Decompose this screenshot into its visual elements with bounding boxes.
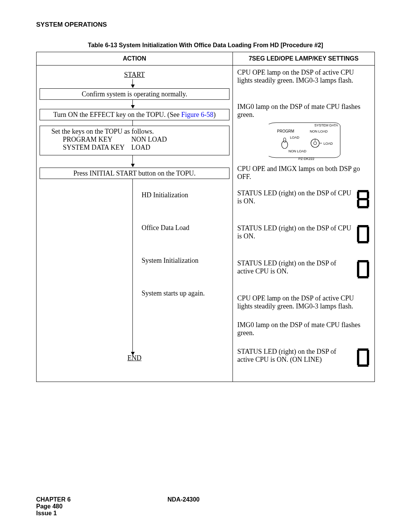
status-row-1: STATUS LED (right) on the DSP of CPU is … <box>237 189 370 209</box>
col-settings: 7SEG LED/OPE LAMP/KEY SETTINGS <box>233 52 374 66</box>
page-header: SYSTEM OPERATIONS <box>36 21 375 29</box>
flow-sys-init: System Initialization <box>142 257 198 265</box>
svg-rect-16 <box>358 241 368 243</box>
svg-rect-14 <box>357 227 359 242</box>
figure-link[interactable]: Figure 6-58 <box>181 111 213 118</box>
svg-rect-15 <box>367 227 369 242</box>
flow-office-data-load: Office Data Load <box>142 224 190 232</box>
footer-page: Page 480 <box>36 503 167 510</box>
seven-seg-0-icon <box>356 259 370 279</box>
flow-step-initial-start: Press INITIAL START button on the TOPU. <box>40 168 229 179</box>
status-row-2: STATUS LED (right) on the DSP of CPU is … <box>237 224 370 244</box>
seven-seg-8-icon <box>356 189 370 209</box>
col-action: ACTION <box>37 52 233 66</box>
settings-p4: CPU OPE lamp on the DSP of active CPU li… <box>237 294 370 310</box>
settings-p5: IMG0 lamp on the DSP of mate CPU flashes… <box>237 321 370 337</box>
flow-step-set-keys: Set the keys on the TOPU as follows. PRO… <box>40 126 229 155</box>
seven-seg-0-icon <box>356 348 370 367</box>
seven-seg-0-icon <box>356 224 370 244</box>
svg-rect-12 <box>358 206 368 208</box>
settings-p1: CPU OPE lamp on the DSP of active CPU li… <box>237 69 370 85</box>
flow-start: START <box>37 71 233 79</box>
flow-end: END <box>37 354 233 362</box>
svg-rect-17 <box>358 260 368 262</box>
flow-restart: System starts up again. <box>142 289 205 297</box>
label-part: PZ-DK222 <box>298 157 314 161</box>
flow-step-confirm: Confirm system is operating normally. <box>40 88 229 100</box>
label-nonload-bottom: NON LOAD <box>288 149 307 153</box>
svg-rect-22 <box>357 350 359 365</box>
topu-key-diagram: SYSTEM DATA PROGRM NON LOAD LOAD LOAD <box>266 121 342 161</box>
svg-rect-11 <box>367 200 369 207</box>
label-nonload-top: NON LOAD <box>310 129 328 133</box>
svg-rect-13 <box>358 225 368 227</box>
flowchart: START Confirm system is operating normal… <box>37 66 233 382</box>
svg-rect-1 <box>284 138 286 142</box>
svg-rect-7 <box>357 192 359 198</box>
footer-chapter: CHAPTER 6 <box>36 496 167 503</box>
label-load-left: LOAD <box>290 136 299 139</box>
footer-issue: Issue 1 <box>36 510 167 517</box>
svg-rect-23 <box>367 350 369 365</box>
svg-rect-19 <box>367 262 369 277</box>
procedure-table: ACTION 7SEG LED/OPE LAMP/KEY SETTINGS ST… <box>36 52 375 382</box>
label-progrm: PROGRM <box>277 129 294 133</box>
svg-rect-10 <box>357 200 359 207</box>
flow-hd-init: HD Initialization <box>142 191 188 199</box>
svg-rect-21 <box>358 348 368 351</box>
svg-rect-8 <box>367 192 369 198</box>
svg-rect-24 <box>358 364 368 367</box>
flow-step-effect-key: Turn ON the EFFECT key on the TOPU. (See… <box>40 109 229 120</box>
svg-rect-6 <box>358 190 368 192</box>
svg-point-0 <box>282 141 288 149</box>
label-system-data: SYSTEM DATA <box>314 123 338 127</box>
svg-rect-20 <box>358 276 368 278</box>
settings-p2: IMG0 lamp on the DSP of mate CPU flashes… <box>237 103 370 119</box>
label-load-right: LOAD <box>323 142 333 145</box>
status-row-3: STATUS LED (right) on the DSP of active … <box>237 259 370 279</box>
footer-doc: NDA-24300 <box>167 496 199 503</box>
svg-rect-18 <box>357 262 359 277</box>
svg-rect-9 <box>358 198 368 200</box>
page-footer: CHAPTER 6NDA-24300 Page 480 Issue 1 <box>36 496 375 517</box>
table-caption: Table 6-13 System Initialization With Of… <box>36 42 375 49</box>
status-row-4: STATUS LED (right) on the DSP of active … <box>237 348 370 367</box>
svg-point-3 <box>314 142 317 145</box>
settings-p3: CPU OPE and IMGX lamps on both DSP go OF… <box>237 165 370 181</box>
